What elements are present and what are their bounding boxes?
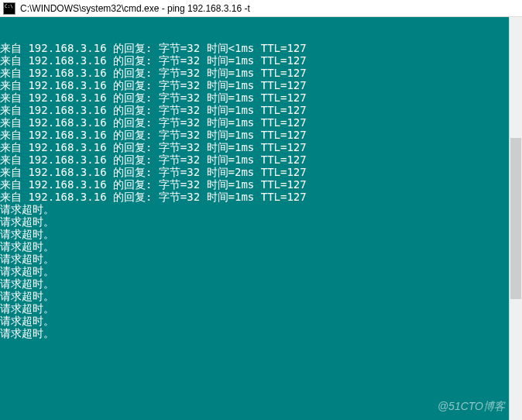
ping-reply-line: 来自 192.168.3.16 的回复: 字节=32 时间=1ms TTL=12…: [0, 104, 522, 116]
scrollbar[interactable]: [509, 17, 522, 420]
watermark: @51CTO博客: [438, 400, 505, 412]
ping-reply-line: 来自 192.168.3.16 的回复: 字节=32 时间=1ms TTL=12…: [0, 129, 522, 141]
ping-timeout-line: 请求超时。: [0, 290, 522, 302]
ping-reply-line: 来自 192.168.3.16 的回复: 字节=32 时间=1ms TTL=12…: [0, 79, 522, 91]
cmd-window: C:\WINDOWS\system32\cmd.exe - ping 192.1…: [0, 0, 522, 420]
ping-reply-line: 来自 192.168.3.16 的回复: 字节=32 时间=1ms TTL=12…: [0, 91, 522, 104]
ping-timeout-line: 请求超时。: [0, 203, 522, 215]
ping-timeout-line: 请求超时。: [0, 265, 522, 277]
terminal-area[interactable]: 来自 192.168.3.16 的回复: 字节=32 时间<1ms TTL=12…: [0, 17, 522, 420]
ping-reply-line: 来自 192.168.3.16 的回复: 字节=32 时间=1ms TTL=12…: [0, 141, 522, 153]
window-title: C:\WINDOWS\system32\cmd.exe - ping 192.1…: [20, 3, 250, 14]
ping-timeout-line: 请求超时。: [0, 240, 522, 253]
ping-reply-line: 来自 192.168.3.16 的回复: 字节=32 时间=1ms TTL=12…: [0, 191, 522, 203]
ping-reply-line: 来自 192.168.3.16 的回复: 字节=32 时间=1ms TTL=12…: [0, 153, 522, 166]
ping-reply-line: 来自 192.168.3.16 的回复: 字节=32 时间=1ms TTL=12…: [0, 116, 522, 129]
ping-reply-line: 来自 192.168.3.16 的回复: 字节=32 时间=1ms TTL=12…: [0, 54, 522, 67]
ping-reply-line: 来自 192.168.3.16 的回复: 字节=32 时间=2ms TTL=12…: [0, 166, 522, 178]
ping-timeout-line: 请求超时。: [0, 277, 522, 290]
ping-timeout-line: 请求超时。: [0, 327, 522, 339]
terminal-content: 来自 192.168.3.16 的回复: 字节=32 时间<1ms TTL=12…: [0, 42, 522, 339]
scrollbar-thumb[interactable]: [510, 138, 521, 299]
ping-timeout-line: 请求超时。: [0, 253, 522, 265]
ping-timeout-line: 请求超时。: [0, 215, 522, 228]
title-bar[interactable]: C:\WINDOWS\system32\cmd.exe - ping 192.1…: [0, 0, 522, 17]
ping-reply-line: 来自 192.168.3.16 的回复: 字节=32 时间<1ms TTL=12…: [0, 42, 522, 54]
ping-timeout-line: 请求超时。: [0, 315, 522, 327]
ping-reply-line: 来自 192.168.3.16 的回复: 字节=32 时间=1ms TTL=12…: [0, 178, 522, 191]
ping-timeout-line: 请求超时。: [0, 228, 522, 240]
ping-reply-line: 来自 192.168.3.16 的回复: 字节=32 时间=1ms TTL=12…: [0, 67, 522, 79]
cmd-icon: [3, 2, 15, 15]
ping-timeout-line: 请求超时。: [0, 302, 522, 315]
